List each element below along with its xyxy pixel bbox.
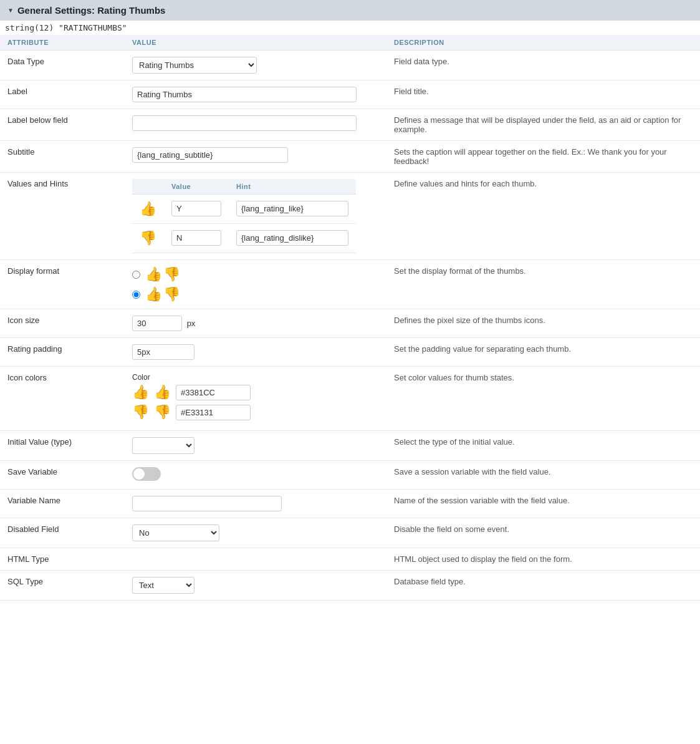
thumbsdown-icon: 👎: [140, 230, 156, 246]
display-format-row-2: 👍 👎: [132, 286, 379, 302]
color-row-like: 👍 👍: [132, 384, 379, 400]
settings-table: ATTRIBUTE VALUE DESCRIPTION Data Type Ra…: [0, 35, 700, 601]
desc-values-hints: Define values and hints for each thumb.: [386, 173, 700, 260]
row-rating-padding: Rating padding Set the padding value for…: [0, 338, 700, 367]
attr-display-format: Display format: [0, 260, 125, 309]
val-values-hints: Value Hint 👍 👎: [125, 173, 386, 260]
dislike-value-input[interactable]: [171, 230, 221, 246]
thumb-like-blue-icon: 👍: [132, 384, 149, 400]
desc-sql-type: Database field type.: [386, 571, 700, 601]
attr-disabled-field: Disabled Field: [0, 518, 125, 548]
desc-initial-value: Select the type of the initial value.: [386, 431, 700, 461]
row-values-hints: Values and Hints Value Hint 👍: [0, 173, 700, 260]
format-thumbs-outline: 👍 👎: [145, 266, 180, 283]
val-label: [125, 80, 386, 109]
row-label-below: Label below field Defines a message that…: [0, 109, 700, 141]
thumb-dislike-red-icon: 👎: [132, 404, 149, 420]
attr-label-below: Label below field: [0, 109, 125, 141]
row-icon-size: Icon size px Defines the pixel size of t…: [0, 309, 700, 338]
attr-values-hints: Values and Hints: [0, 173, 125, 260]
row-save-variable: Save Variable Save a session variable wi…: [0, 461, 700, 490]
debug-string: string(12) "RATINGTHUMBS": [0, 21, 700, 35]
col-header-value: VALUE: [125, 35, 386, 51]
thumbsup-icon: 👍: [140, 201, 156, 216]
data-type-select[interactable]: Rating Thumbs: [132, 57, 257, 74]
attr-rating-padding: Rating padding: [0, 338, 125, 367]
values-hints-dislike-row: 👎: [132, 224, 356, 253]
desc-display-format: Set the display format of the thumbs.: [386, 260, 700, 309]
attr-icon-colors: Icon colors: [0, 367, 125, 431]
desc-rating-padding: Set the padding value for separating eac…: [386, 338, 700, 367]
like-value-input[interactable]: [171, 201, 221, 216]
attr-icon-size: Icon size: [0, 309, 125, 338]
val-rating-padding: [125, 338, 386, 367]
triangle-icon: ▼: [7, 7, 14, 14]
row-display-format: Display format 👍 👎 👍 👎: [0, 260, 700, 309]
like-hint-input[interactable]: [236, 201, 348, 216]
like-color-input[interactable]: [176, 385, 251, 400]
attr-variable-name: Variable Name: [0, 490, 125, 518]
thumb-down-filled-icon: 👎: [163, 286, 180, 302]
val-data-type: Rating Thumbs: [125, 51, 386, 80]
display-format-section: 👍 👎 👍 👎: [132, 266, 379, 302]
label-below-input[interactable]: [132, 115, 357, 131]
dislike-color-input[interactable]: [176, 405, 251, 420]
thumb-down-outline-icon: 👎: [163, 266, 180, 283]
val-icon-colors: Color 👍 👍 👎 👎: [125, 367, 386, 431]
row-subtitle: Subtitle Sets the caption will appear to…: [0, 141, 700, 173]
attr-sql-type: SQL Type: [0, 571, 125, 601]
col-header-attribute: ATTRIBUTE: [0, 35, 125, 51]
values-hints-like-row: 👍: [132, 195, 356, 224]
format-thumbs-filled: 👍 👎: [145, 286, 180, 302]
desc-icon-colors: Set color values for thumb states.: [386, 367, 700, 431]
display-format-radio-1[interactable]: [132, 271, 140, 279]
label-input[interactable]: [132, 87, 357, 102]
subtitle-input[interactable]: [132, 147, 288, 163]
row-disabled-field: Disabled Field No Yes Disable the field …: [0, 518, 700, 548]
thumb-like-blue-active-icon: 👍: [154, 384, 171, 400]
val-variable-name: [125, 490, 386, 518]
row-variable-name: Variable Name Name of the session variab…: [0, 490, 700, 518]
desc-disabled-field: Disable the field on some event.: [386, 518, 700, 548]
row-icon-colors: Icon colors Color 👍 👍 👎 👎 Set: [0, 367, 700, 431]
row-sql-type: SQL Type Text Varchar Int Database field…: [0, 571, 700, 601]
sql-type-select[interactable]: Text Varchar Int: [132, 577, 194, 594]
desc-subtitle: Sets the caption will appear together on…: [386, 141, 700, 173]
desc-html-type: HTML object used to display the field on…: [386, 548, 700, 571]
vh-col-value: Value: [164, 179, 229, 195]
display-format-radio-2[interactable]: [132, 291, 140, 299]
attr-data-type: Data Type: [0, 51, 125, 80]
variable-name-input[interactable]: [132, 496, 282, 511]
icon-size-input[interactable]: [132, 316, 182, 331]
val-initial-value: [125, 431, 386, 461]
desc-label: Field title.: [386, 80, 700, 109]
attr-html-type: HTML Type: [0, 548, 125, 571]
row-html-type: HTML Type HTML object used to display th…: [0, 548, 700, 571]
page-header: ▼ General Settings: Rating Thumbs: [0, 0, 700, 21]
val-display-format: 👍 👎 👍 👎: [125, 260, 386, 309]
thumb-up-filled-icon: 👍: [145, 286, 162, 302]
save-variable-toggle[interactable]: [132, 467, 161, 481]
thumb-up-outline-icon: 👍: [145, 266, 162, 283]
desc-label-below: Defines a message that will be displayed…: [386, 109, 700, 141]
desc-save-variable: Save a session variable with the field v…: [386, 461, 700, 490]
attr-label: Label: [0, 80, 125, 109]
row-label: Label Field title.: [0, 80, 700, 109]
icon-colors-section: Color 👍 👍 👎 👎: [132, 373, 379, 420]
initial-value-select[interactable]: [132, 437, 194, 454]
attr-subtitle: Subtitle: [0, 141, 125, 173]
val-save-variable: [125, 461, 386, 490]
thumb-dislike-red-active-icon: 👎: [154, 404, 171, 420]
rating-padding-input[interactable]: [132, 344, 194, 360]
vh-col-hint: Hint: [229, 179, 356, 195]
row-data-type: Data Type Rating Thumbs Field data type.: [0, 51, 700, 80]
attr-initial-value: Initial Value (type): [0, 431, 125, 461]
disabled-field-select[interactable]: No Yes: [132, 524, 219, 541]
row-initial-value: Initial Value (type) Select the type of …: [0, 431, 700, 461]
val-icon-size: px: [125, 309, 386, 338]
color-col-header: Color: [132, 373, 379, 382]
dislike-hint-input[interactable]: [236, 230, 348, 246]
val-subtitle: [125, 141, 386, 173]
px-label: px: [187, 319, 196, 328]
val-label-below: [125, 109, 386, 141]
